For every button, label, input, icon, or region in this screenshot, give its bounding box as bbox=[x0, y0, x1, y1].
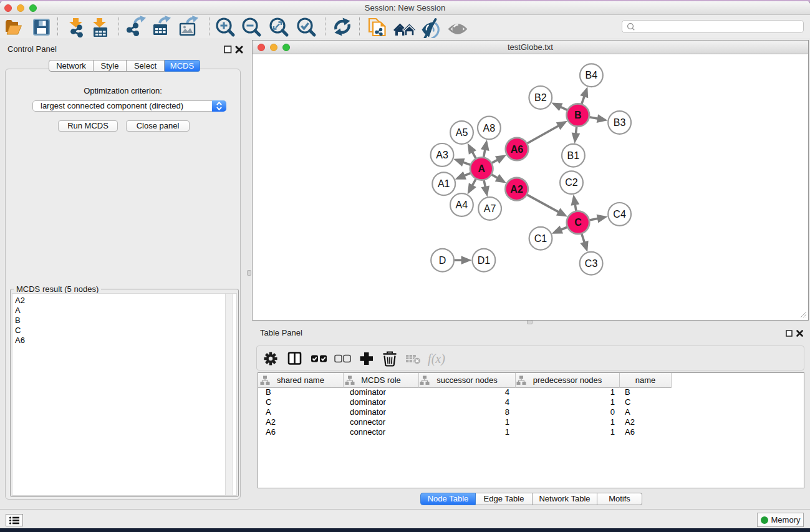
svg-text:C1: C1 bbox=[534, 233, 547, 244]
svg-text:B4: B4 bbox=[586, 70, 598, 80]
svg-text:A5: A5 bbox=[456, 127, 468, 138]
svg-text:D: D bbox=[439, 255, 446, 266]
svg-text:B3: B3 bbox=[614, 117, 626, 128]
svg-text:B1: B1 bbox=[567, 150, 580, 161]
svg-text:f(x): f(x) bbox=[428, 352, 445, 366]
svg-text:A6: A6 bbox=[511, 144, 524, 155]
svg-text:C4: C4 bbox=[613, 209, 626, 220]
svg-text:A7: A7 bbox=[484, 203, 496, 214]
svg-text:A4: A4 bbox=[456, 200, 468, 210]
svg-text:B2: B2 bbox=[534, 92, 547, 103]
svg-text:A1: A1 bbox=[438, 178, 450, 189]
svg-text:C2: C2 bbox=[565, 177, 578, 188]
svg-text:B: B bbox=[574, 110, 582, 120]
svg-text:A3: A3 bbox=[436, 150, 448, 160]
svg-text:A8: A8 bbox=[483, 123, 496, 133]
svg-text:A2: A2 bbox=[510, 184, 523, 195]
svg-text:C3: C3 bbox=[585, 258, 598, 269]
svg-text:A: A bbox=[478, 163, 485, 174]
svg-text:C: C bbox=[574, 217, 582, 228]
svg-text:D1: D1 bbox=[478, 255, 491, 266]
